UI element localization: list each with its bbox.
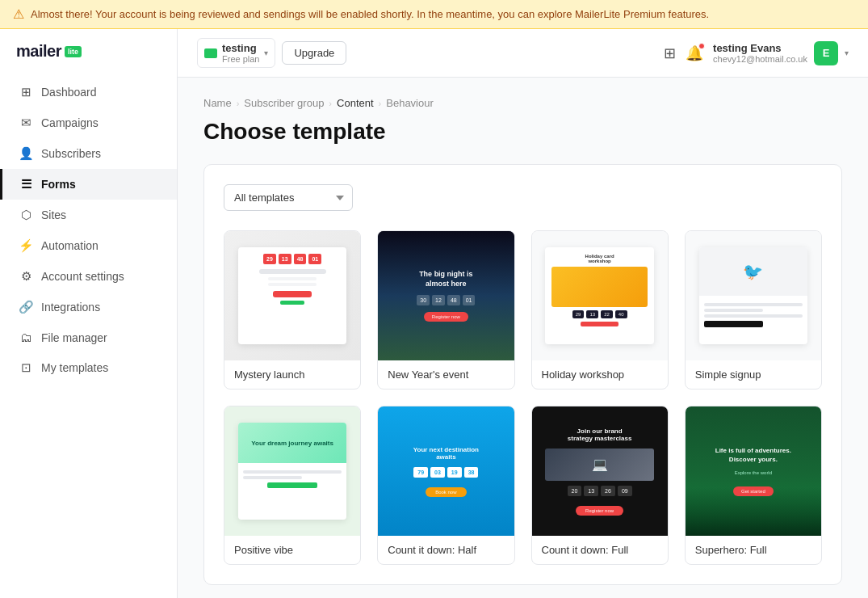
sidebar-item-integrations[interactable]: 🔗 Integrations	[0, 292, 177, 322]
sidebar-item-forms[interactable]: ☰ Forms	[0, 169, 177, 200]
template-name-positive-vibe: Positive vibe	[224, 536, 360, 564]
main-area: testing Free plan ▾ Upgrade ⊞ 🔔 testing …	[178, 29, 868, 598]
sidebar-item-label: Automation	[41, 239, 99, 252]
my-templates-icon: ⊡	[19, 360, 33, 375]
dashboard-icon: ⊞	[19, 85, 33, 99]
breadcrumb-behaviour[interactable]: Behaviour	[386, 97, 434, 109]
sidebar-item-account-settings[interactable]: ⚙ Account settings	[0, 261, 177, 292]
notifications-bell[interactable]: 🔔	[686, 44, 703, 62]
sites-icon: ⬡	[19, 208, 33, 222]
template-name-count-it-down-full: Count it down: Full	[532, 536, 668, 564]
header: testing Free plan ▾ Upgrade ⊞ 🔔 testing …	[178, 29, 868, 78]
user-name: testing Evans	[713, 42, 807, 54]
campaigns-icon: ✉	[19, 116, 33, 130]
breadcrumb-sep-3: ›	[379, 99, 382, 108]
template-card-mystery-launch[interactable]: 29 13 48 01	[224, 230, 361, 390]
top-banner: ⚠ Almost there! Your account is being re…	[0, 0, 868, 29]
user-text: testing Evans chevy12@hotmail.co.uk	[713, 42, 807, 64]
template-thumb-count-it-down-full: Join our brandstrategy masterclass 💻 20 …	[532, 406, 668, 536]
template-card-simple-signup[interactable]: 🐦 Simple signup	[685, 230, 822, 390]
breadcrumb-name[interactable]: Name	[203, 97, 232, 109]
sidebar-item-label: Campaigns	[41, 116, 99, 129]
template-name-new-years-event: New Year's event	[378, 360, 514, 389]
sidebar-item-label: Integrations	[41, 301, 100, 314]
breadcrumb-sep-2: ›	[329, 99, 332, 108]
template-name-simple-signup: Simple signup	[686, 360, 821, 389]
automation-icon: ⚡	[19, 238, 33, 253]
template-panel: All templates My templates Basic Promoti…	[203, 164, 842, 585]
sidebar-item-campaigns[interactable]: ✉ Campaigns	[0, 107, 177, 138]
template-card-superhero-full[interactable]: Life is full of adventures.Discover your…	[685, 406, 822, 565]
file-manager-icon: 🗂	[19, 331, 33, 344]
sidebar-item-file-manager[interactable]: 🗂 File manager	[0, 322, 177, 352]
template-thumb-mystery-launch: 29 13 48 01	[224, 231, 360, 360]
forms-icon: ☰	[19, 177, 33, 192]
avatar: E	[814, 41, 838, 65]
user-email: chevy12@hotmail.co.uk	[713, 54, 807, 64]
template-card-count-it-down-half[interactable]: Your next destinationawaits 79 03 19 38 …	[377, 406, 514, 565]
sidebar-item-sites[interactable]: ⬡ Sites	[0, 200, 177, 230]
template-card-holiday-workshop[interactable]: Holiday cardworkshop 29 13 22 40	[531, 230, 669, 390]
notification-dot	[698, 43, 705, 49]
header-left: testing Free plan ▾ Upgrade	[197, 38, 346, 68]
template-card-count-it-down-full[interactable]: Join our brandstrategy masterclass 💻 20 …	[531, 406, 669, 565]
template-thumb-superhero-full: Life is full of adventures.Discover your…	[686, 406, 821, 536]
grid-icon[interactable]: ⊞	[664, 44, 676, 62]
integrations-icon: 🔗	[19, 300, 33, 314]
sidebar-item-my-templates[interactable]: ⊡ My templates	[0, 352, 177, 383]
header-right: ⊞ 🔔 testing Evans chevy12@hotmail.co.uk …	[664, 41, 849, 65]
workspace-info: testing Free plan	[222, 42, 259, 64]
logo: mailer lite	[0, 42, 177, 77]
template-card-new-years-event[interactable]: The big night isalmost here 30 12 48 01 …	[377, 230, 514, 390]
sidebar-item-label: File manager	[41, 331, 107, 344]
user-chevron-icon: ▾	[845, 48, 849, 57]
account-settings-icon: ⚙	[19, 269, 33, 284]
template-thumb-new-years-event: The big night isalmost here 30 12 48 01 …	[378, 231, 514, 360]
template-thumb-simple-signup: 🐦	[686, 231, 821, 360]
workspace-plan: Free plan	[222, 54, 259, 64]
sidebar-item-automation[interactable]: ⚡ Automation	[0, 230, 177, 261]
warning-icon: ⚠	[13, 6, 24, 22]
banner-text: Almost there! Your account is being revi…	[31, 8, 709, 20]
sidebar-item-label: Sites	[41, 208, 66, 221]
logo-name: mailer	[16, 42, 61, 61]
filter-row: All templates My templates Basic Promoti…	[224, 184, 822, 211]
workspace-name: testing	[222, 42, 259, 54]
page-title: Choose template	[203, 119, 842, 145]
template-thumb-positive-vibe: Your dream journey awaits	[224, 406, 360, 536]
workspace-flag	[204, 48, 217, 58]
sidebar-item-label: Subscribers	[41, 147, 101, 160]
breadcrumb-subscriber-group[interactable]: Subscriber group	[244, 97, 324, 109]
breadcrumb-content[interactable]: Content	[337, 97, 374, 109]
template-thumb-count-it-down-half: Your next destinationawaits 79 03 19 38 …	[378, 406, 514, 536]
sidebar-item-dashboard[interactable]: ⊞ Dashboard	[0, 77, 177, 107]
sidebar-item-subscribers[interactable]: 👤 Subscribers	[0, 138, 177, 169]
workspace-selector[interactable]: testing Free plan ▾	[197, 38, 275, 68]
sidebar-item-label: Account settings	[41, 270, 124, 283]
template-name-holiday-workshop: Holiday workshop	[532, 360, 668, 389]
template-name-superhero-full: Superhero: Full	[686, 536, 821, 564]
user-info[interactable]: testing Evans chevy12@hotmail.co.uk E ▾	[713, 41, 849, 65]
subscribers-icon: 👤	[19, 146, 33, 161]
template-filter-select[interactable]: All templates My templates Basic Promoti…	[224, 184, 353, 211]
template-name-mystery-launch: Mystery launch	[224, 360, 360, 389]
breadcrumb: Name › Subscriber group › Content › Beha…	[203, 97, 842, 109]
upgrade-button[interactable]: Upgrade	[282, 41, 346, 65]
breadcrumb-sep-1: ›	[237, 99, 240, 108]
template-name-count-it-down-half: Count it down: Half	[378, 536, 514, 564]
logo-badge: lite	[65, 46, 82, 57]
template-card-positive-vibe[interactable]: Your dream journey awaits Positive vibe	[224, 406, 361, 565]
template-grid: 29 13 48 01	[224, 230, 822, 565]
template-thumb-holiday-workshop: Holiday cardworkshop 29 13 22 40	[532, 231, 668, 360]
content-area: Name › Subscriber group › Content › Beha…	[178, 78, 868, 598]
sidebar: mailer lite ⊞ Dashboard ✉ Campaigns 👤 Su…	[0, 29, 178, 598]
sidebar-item-label: My templates	[41, 361, 108, 374]
chevron-down-icon: ▾	[264, 48, 268, 57]
sidebar-item-label: Forms	[41, 178, 76, 191]
sidebar-item-label: Dashboard	[41, 86, 97, 99]
